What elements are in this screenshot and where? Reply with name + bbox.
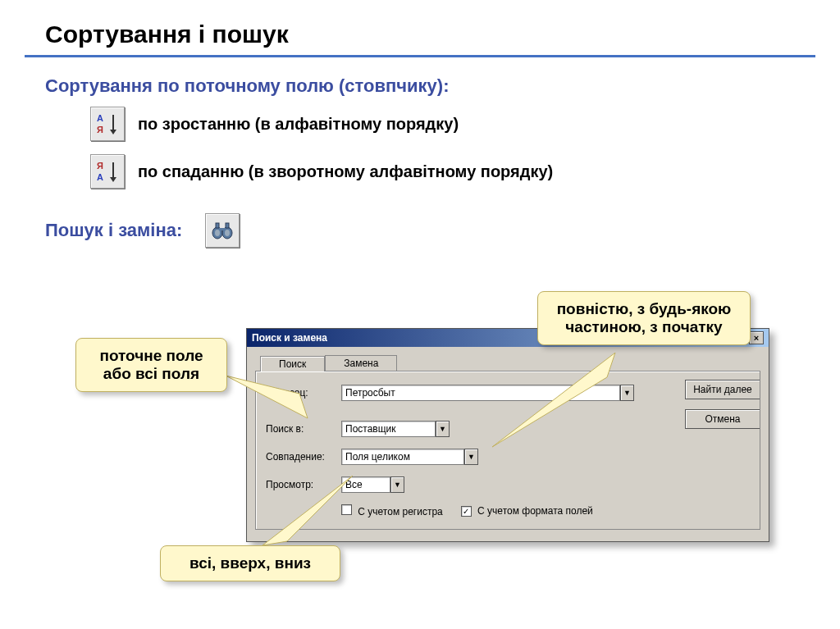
sort-asc-row: А Я по зростанню (в алфавітному порядку) (90, 107, 840, 141)
page-title: Сортування і пошук (45, 21, 840, 48)
svg-text:А: А (97, 113, 103, 123)
callout-match-type: повністю, з будь-якою частиною, з початк… (537, 291, 751, 345)
match-dropdown-button[interactable]: ▼ (464, 449, 478, 465)
checkbox-case-text: С учетом регистра (358, 506, 442, 517)
checkbox-format[interactable]: ✓ (461, 506, 472, 517)
sort-desc-icon[interactable]: Я А (90, 154, 125, 189)
view-dropdown-button[interactable]: ▼ (390, 476, 404, 493)
pointer-arrow-3 (262, 476, 361, 549)
search-in-input[interactable] (341, 421, 436, 437)
svg-text:Я: Я (97, 125, 103, 134)
tab-replace[interactable]: Замена (325, 355, 397, 371)
section-sort-title: Сортування по поточному полю (стовпчику)… (45, 75, 840, 97)
match-input[interactable] (341, 449, 464, 465)
binoculars-icon[interactable] (205, 213, 240, 248)
sort-desc-row: Я А по спаданню (в зворотному алфавітном… (90, 154, 840, 189)
svg-marker-3 (110, 130, 116, 134)
pointer-arrow-1 (226, 361, 324, 443)
svg-rect-13 (226, 223, 229, 228)
search-in-field[interactable]: ▼ (341, 421, 450, 437)
dialog-title-text: Поиск и замена (252, 332, 327, 344)
svg-marker-16 (492, 353, 615, 447)
svg-text:Я: Я (97, 161, 103, 171)
svg-rect-12 (216, 223, 219, 228)
svg-point-11 (225, 230, 230, 236)
callout-current-field: поточне поле або всі поля (75, 338, 227, 392)
search-section: Пошук і заміна: (45, 213, 840, 248)
sort-asc-icon[interactable]: А Я (90, 107, 125, 141)
checkbox-format-text: С учетом формата полей (477, 505, 593, 517)
sort-asc-label: по зростанню (в алфавітному порядку) (138, 115, 459, 134)
section-search-title: Пошук і заміна: (45, 220, 182, 241)
callout-direction: всі, вверх, вниз (160, 545, 340, 581)
close-button[interactable]: × (749, 331, 764, 344)
pointer-arrow-2 (492, 353, 632, 451)
checkbox-format-label[interactable]: ✓ С учетом формата полей (461, 505, 593, 517)
divider (25, 55, 815, 57)
svg-marker-17 (262, 476, 353, 545)
sort-desc-label: по спаданню (в зворотному алфавітному по… (138, 162, 553, 181)
match-field[interactable]: ▼ (341, 449, 478, 465)
svg-text:А: А (97, 172, 103, 182)
svg-marker-15 (226, 376, 308, 418)
label-match: Совпадение: (266, 451, 341, 463)
svg-marker-7 (110, 177, 116, 182)
svg-rect-14 (219, 228, 226, 230)
search-in-dropdown-button[interactable]: ▼ (436, 421, 450, 437)
svg-point-10 (215, 230, 220, 236)
